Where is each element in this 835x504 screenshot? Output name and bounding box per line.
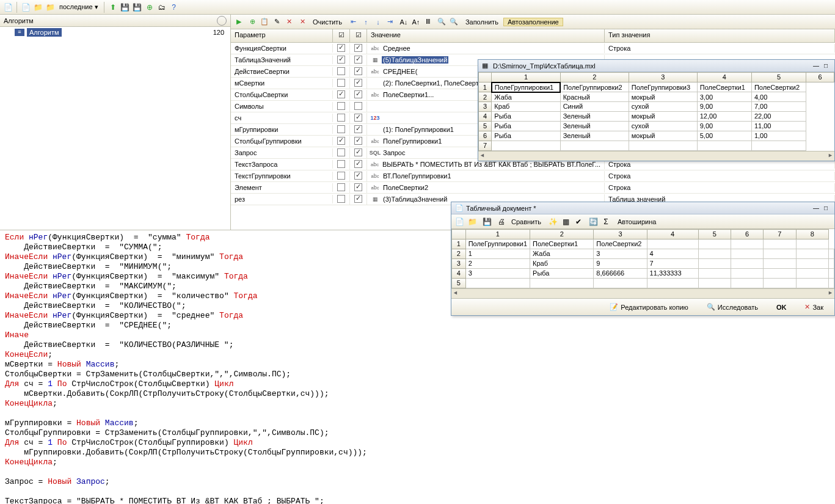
cell[interactable]: 4 [647,249,698,259]
cell[interactable] [796,279,828,288]
cell[interactable]: Рыба [530,269,594,279]
spreadsheet[interactable]: 1234561ПолеГруппировки1ПолеГруппировки2П… [478,72,834,151]
col-header[interactable]: 4 [697,73,751,82]
cell[interactable] [594,279,647,288]
header-cb2[interactable]: ☑ [350,29,367,42]
copy-param-icon[interactable]: 📋 [259,16,270,27]
row-header[interactable]: 6 [479,131,492,141]
cell[interactable]: 5,00 [697,131,751,141]
save-icon[interactable]: 💾 [481,216,492,227]
add-param-icon[interactable]: ⊕ [247,16,258,27]
run-icon[interactable]: ▶ [233,16,244,27]
header-cb1[interactable]: ☑ [333,29,350,42]
tree-item[interactable]: ≡ Алгоритм 120 [0,27,230,38]
check-icon[interactable]: ✔ [573,216,584,227]
cell[interactable]: 22,00 [751,112,806,122]
col-header[interactable]: 4 [647,230,698,239]
search-icon[interactable]: 🔍 [436,16,447,27]
magic-icon[interactable]: ✨ [547,216,558,227]
cell[interactable] [731,279,763,288]
cell[interactable] [647,239,698,249]
autofill-button[interactable]: Автозаполнение [503,18,563,26]
cell[interactable] [698,249,731,259]
cell[interactable] [731,269,763,279]
maximize-icon[interactable]: □ [821,62,831,70]
close-button[interactable]: ✕ Зак [798,301,830,313]
checkbox-1[interactable] [333,67,350,77]
compare-button[interactable]: Сравнить [509,218,544,225]
cell[interactable] [731,239,763,249]
checkbox-1[interactable] [333,78,350,89]
checkbox-2[interactable] [350,67,367,77]
col-header[interactable]: 5 [698,230,731,239]
cell[interactable]: мокрый [629,112,697,122]
checkbox-2[interactable] [350,113,367,123]
row-header[interactable]: 7 [479,141,492,151]
scrollbar-h[interactable] [451,288,834,298]
col-header[interactable]: 3 [594,230,647,239]
param-row[interactable]: ФункцияСверткиabcСреднееСтрока [231,43,835,54]
col-header[interactable]: 1 [465,230,530,239]
cell[interactable]: ПолеСвертки1 [697,82,751,92]
col-header[interactable]: 2 [560,73,629,82]
minimize-icon[interactable]: — [811,62,821,70]
folder2-icon[interactable]: 📁 [45,2,56,13]
clear-button[interactable]: Очистить [309,18,346,26]
print-icon[interactable]: 🖨 [496,216,507,227]
cell[interactable]: ПолеСвертки1 [530,239,594,249]
row-header[interactable]: 3 [479,102,492,112]
cell[interactable]: Красный [560,92,629,102]
col-header[interactable]: 3 [629,73,697,82]
row-header[interactable]: 4 [479,112,492,122]
refresh-icon[interactable]: 🔄 [588,216,599,227]
cell[interactable] [530,279,594,288]
cell[interactable]: 1 [465,249,530,259]
checkbox-2[interactable] [350,136,367,147]
cell[interactable]: 1,00 [751,131,806,141]
result-document-window[interactable]: 📄 Табличный документ * — □ 📄 📁 💾 🖨 Сравн… [451,202,835,316]
cell[interactable] [829,279,834,288]
cell[interactable]: ПолеГруппировки2 [560,82,629,92]
row-header[interactable]: 5 [479,122,492,131]
folder-icon[interactable]: 📁 [32,2,43,13]
col-header[interactable]: 7 [764,230,796,239]
col-header[interactable] [452,230,466,239]
window-titlebar[interactable]: ▦ D:\Smirnov_Tmp\ИсхТаблица.mxl — □ [478,60,834,72]
cell[interactable]: Жаба [530,249,594,259]
col-header[interactable] [479,73,492,82]
param-value[interactable]: abcВТ.ПолеГруппировки1 [367,171,605,181]
col-header[interactable]: 5 [751,73,806,82]
down-icon[interactable]: ↓ [373,16,384,27]
header-param[interactable]: Параметр [231,29,333,42]
row-header[interactable]: 2 [479,92,492,102]
clock-icon[interactable] [217,16,227,26]
cell[interactable]: ПолеГруппировки1 [492,82,560,92]
checkbox-1[interactable] [333,43,350,54]
header-value[interactable]: Значение [367,29,605,42]
ok-button[interactable]: OK [770,302,793,313]
param-row[interactable]: ТекстГруппировкиabcВТ.ПолеГруппировки1Ст… [231,170,835,182]
window-titlebar[interactable]: 📄 Табличный документ * — □ [451,202,834,214]
col-header[interactable]: 6 [806,73,834,82]
cell[interactable] [698,269,731,279]
cell[interactable]: 8,666666 [594,269,647,279]
cell[interactable]: ПолеГруппировки1 [465,239,530,249]
cell[interactable] [731,259,763,269]
fill-button[interactable]: Заполнить [462,18,502,26]
tree-area[interactable]: ≡ Алгоритм 120 [0,27,230,230]
row-header[interactable]: 1 [452,239,466,249]
checkbox-1[interactable] [333,90,350,100]
cell[interactable]: Зеленый [560,131,629,141]
cell[interactable]: ПолеСвертки2 [751,82,806,92]
cell[interactable]: Рыба [492,131,560,141]
checkbox-2[interactable] [350,194,367,205]
edit-copy-button[interactable]: 📝 Редактировать копию [603,301,694,313]
maximize-icon[interactable]: □ [821,204,831,213]
checkbox-1[interactable] [333,101,350,112]
checkbox-1[interactable] [333,171,350,181]
checkbox-1[interactable] [333,125,350,135]
checkbox-2[interactable] [350,78,367,89]
cell[interactable] [492,141,560,151]
cell[interactable]: Зеленый [560,122,629,131]
checkbox-1[interactable] [333,194,350,205]
